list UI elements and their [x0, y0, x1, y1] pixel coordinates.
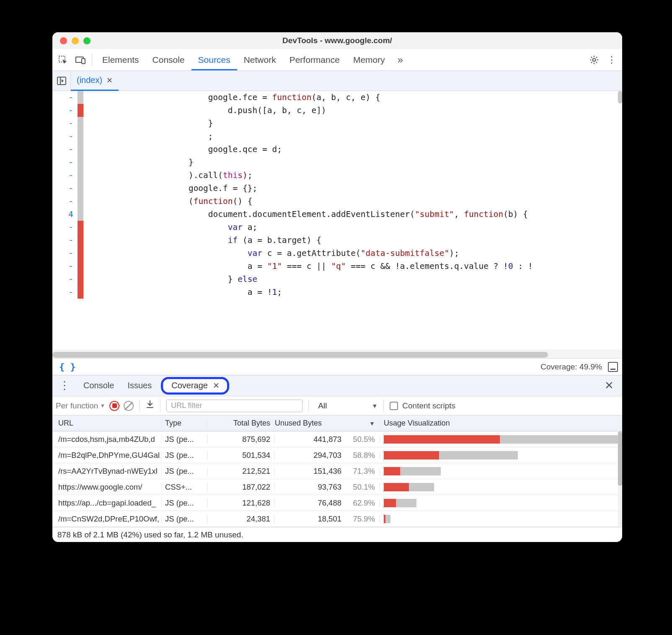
inspect-element-icon[interactable] [55, 52, 71, 68]
code-text[interactable]: var a; [129, 221, 257, 234]
more-tabs-chevron-icon[interactable]: » [393, 54, 407, 66]
source-code-viewport[interactable]: - google.fce = function(a, b, c, e) {- d… [52, 91, 622, 351]
fold-gutter [83, 195, 129, 208]
drawer-menu-icon[interactable]: ⋮ [55, 379, 74, 392]
tab-issues[interactable]: Issues [121, 375, 158, 396]
coverage-table: URL Type Total Bytes Unused Bytes ▼ Usag… [52, 416, 622, 527]
code-text[interactable]: (function() { [129, 195, 253, 208]
line-number[interactable]: - [52, 247, 78, 260]
code-text[interactable]: ; [129, 130, 213, 143]
file-tab-index[interactable]: (index) ✕ [71, 71, 119, 91]
code-line: - d.push([a, b, c, e]) [52, 104, 622, 117]
code-text[interactable]: a = "1" === c || "q" === c && !a.element… [129, 260, 533, 273]
code-text[interactable]: google.fce = function(a, b, c, e) { [129, 91, 380, 104]
line-number[interactable]: - [52, 182, 78, 195]
tab-elements[interactable]: Elements [96, 49, 146, 70]
line-number[interactable]: - [52, 104, 78, 117]
code-line: - var a; [52, 221, 622, 234]
code-text[interactable]: } [129, 117, 213, 130]
coverage-row[interactable]: https://ap.../cb=gapi.loaded_JS (pe...12… [52, 495, 622, 511]
tab-memory[interactable]: Memory [346, 49, 392, 70]
col-header-total[interactable]: Total Bytes [207, 419, 274, 428]
code-text[interactable]: } else [129, 273, 257, 286]
coverage-marker [78, 117, 83, 130]
cell-total-bytes: 212,521 [207, 467, 274, 476]
line-number[interactable]: - [52, 260, 78, 273]
coverage-marker [78, 156, 83, 169]
col-header-unused[interactable]: Unused Bytes ▼ [274, 419, 379, 428]
code-text[interactable]: d.push([a, b, c, e]) [129, 104, 326, 117]
export-icon[interactable] [146, 400, 154, 412]
code-text[interactable]: } [129, 156, 194, 169]
code-line: - ).call(this); [52, 169, 622, 182]
cell-url: /rs=AA2YrTvBynad-nWEy1xl [52, 467, 161, 476]
coverage-row[interactable]: /m=B2qlPe,DhPYme,GU4GalJS (pe...501,5342… [52, 447, 622, 463]
line-number[interactable]: - [52, 273, 78, 286]
divider [160, 400, 160, 412]
col-header-type[interactable]: Type [161, 419, 207, 428]
col-header-url[interactable]: URL [52, 419, 161, 428]
record-button-icon[interactable] [109, 401, 119, 411]
line-number[interactable]: - [52, 234, 78, 247]
cell-unused-bytes: 151,43671.3% [274, 467, 379, 476]
pretty-print-icon[interactable]: { } [57, 361, 78, 372]
cell-url: https://www.google.com/ [52, 483, 161, 492]
tab-console[interactable]: Console [77, 375, 121, 396]
clear-button-icon[interactable] [124, 401, 134, 411]
tab-console[interactable]: Console [146, 49, 191, 70]
tab-coverage[interactable]: Coverage ✕ [161, 377, 229, 395]
svg-point-3 [593, 58, 596, 61]
close-file-tab-icon[interactable]: ✕ [106, 76, 113, 85]
coverage-row[interactable]: /m=CnSW2d,DPreE,P10Owf,JS (pe...24,38118… [52, 511, 622, 527]
device-toolbar-icon[interactable] [72, 52, 88, 68]
code-text[interactable]: if (a = b.target) { [129, 234, 321, 247]
sidebar-expand-icon[interactable] [608, 362, 618, 372]
tab-network[interactable]: Network [237, 49, 283, 70]
close-window-button[interactable] [60, 37, 67, 44]
coverage-row[interactable]: /rs=AA2YrTvBynad-nWEy1xlJS (pe...212,521… [52, 463, 622, 479]
cell-usage-viz [379, 499, 622, 507]
fold-gutter [83, 104, 129, 117]
line-number[interactable]: 4 [52, 208, 78, 221]
coverage-row[interactable]: https://www.google.com/CSS+...187,02293,… [52, 479, 622, 495]
line-number[interactable]: - [52, 221, 78, 234]
code-text[interactable]: ).call(this); [129, 169, 253, 182]
code-text[interactable]: google.qce = d; [129, 143, 282, 156]
col-header-viz[interactable]: Usage Visualization [379, 419, 622, 428]
line-number[interactable]: - [52, 143, 78, 156]
line-number[interactable]: - [52, 286, 78, 299]
granularity-dropdown[interactable]: Per function ▼ [56, 401, 105, 410]
code-text[interactable]: google.f = {}; [129, 182, 257, 195]
line-number[interactable]: - [52, 130, 78, 143]
close-drawer-icon[interactable]: ✕ [599, 379, 620, 392]
fold-gutter [83, 247, 129, 260]
minimize-window-button[interactable] [72, 37, 79, 44]
line-number[interactable]: - [52, 91, 78, 104]
line-number[interactable]: - [52, 169, 78, 182]
code-text[interactable]: document.documentElement.addEventListene… [129, 208, 528, 221]
fold-gutter [83, 156, 129, 169]
more-menu-icon[interactable]: ⋮ [604, 52, 620, 68]
code-text[interactable]: var c = a.getAttribute("data-submitfalse… [129, 247, 459, 260]
close-coverage-tab-icon[interactable]: ✕ [213, 381, 220, 390]
url-filter-input[interactable]: URL filter [166, 400, 302, 412]
coverage-row[interactable]: /m=cdos,hsm,jsa,mb4ZUb,dJS (pe...875,692… [52, 431, 622, 447]
coverage-table-scrollbar[interactable] [618, 431, 622, 527]
content-scripts-checkbox[interactable] [390, 402, 398, 410]
navigator-toggle-icon[interactable] [52, 71, 71, 90]
horizontal-scrollbar[interactable] [52, 351, 622, 358]
coverage-marker [78, 273, 83, 286]
settings-gear-icon[interactable] [586, 52, 602, 68]
code-text[interactable]: a = !1; [129, 286, 282, 299]
fullscreen-window-button[interactable] [83, 37, 90, 44]
cell-usage-viz [379, 435, 622, 444]
line-number[interactable]: - [52, 117, 78, 130]
line-number[interactable]: - [52, 195, 78, 208]
tab-performance[interactable]: Performance [283, 49, 346, 70]
type-filter-dropdown[interactable]: All ▼ [315, 401, 377, 410]
cell-usage-viz [379, 451, 622, 459]
fold-gutter [83, 169, 129, 182]
vertical-scrollbar[interactable] [618, 91, 622, 351]
line-number[interactable]: - [52, 156, 78, 169]
tab-sources[interactable]: Sources [191, 49, 237, 70]
